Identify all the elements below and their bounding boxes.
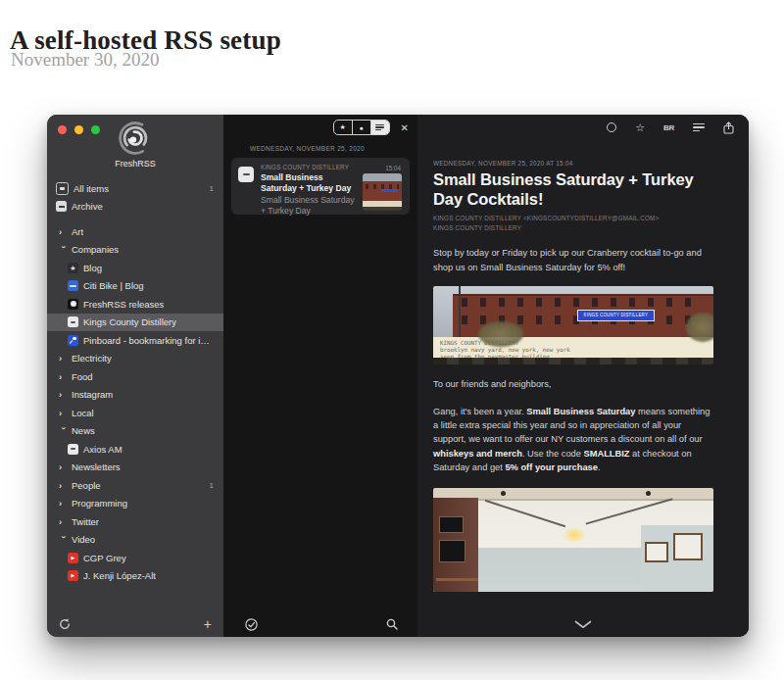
app-window: FreshRSS All items 1 Archive › Art › Com… bbox=[47, 115, 749, 637]
citibike-favicon bbox=[68, 280, 78, 291]
list-item-title: Small Business Saturday + Turkey Day Coc… bbox=[261, 172, 361, 194]
chevron-right-icon: › bbox=[59, 480, 69, 491]
filter-all-segment[interactable] bbox=[371, 121, 389, 134]
building-photo: KINGS COUNTY DISTILLERY bbox=[433, 286, 713, 337]
sidebar-folder-news[interactable]: › News bbox=[47, 422, 223, 441]
distillery-sign: KINGS COUNTY DISTILLERY bbox=[577, 310, 655, 321]
article-toolbar: ☆ BR bbox=[607, 115, 749, 140]
article-paragraph: Stop by today or Friday to pick up our C… bbox=[433, 246, 713, 274]
article-title: Small Business Saturday + Turkey Day Coc… bbox=[433, 170, 713, 209]
traffic-lights bbox=[58, 125, 100, 134]
youtube-icon: ▶ bbox=[68, 553, 78, 563]
filter-unread-segment[interactable]: ● bbox=[353, 121, 371, 134]
list-item-feed-name: KINGS COUNTY DISTILLERY bbox=[261, 164, 359, 170]
filter-segmented-control: ★ ● bbox=[333, 120, 390, 135]
picture-frame bbox=[645, 542, 668, 562]
mark-all-read-button[interactable] bbox=[245, 618, 258, 631]
sidebar-feed-pinboard[interactable]: Pinboard - bookmarking for introverts bbox=[47, 331, 223, 350]
chevron-right-icon: › bbox=[59, 353, 69, 364]
star-article-icon[interactable]: ☆ bbox=[635, 122, 645, 133]
article-paragraph: Gang, it's been a year. Small Business S… bbox=[433, 405, 713, 475]
article-content: WEDNESDAY, NOVEMBER 25, 2020 AT 15:04 Sm… bbox=[417, 115, 749, 611]
default-favicon bbox=[68, 316, 78, 327]
sidebar-folder-twitter[interactable]: › Twitter bbox=[47, 512, 223, 531]
shelf bbox=[436, 578, 478, 581]
sidebar-folder-video[interactable]: › Video bbox=[47, 531, 223, 550]
article-photo-building: KINGS COUNTY DISTILLERY KINGS COUNTY DIS… bbox=[433, 286, 713, 364]
page-date: November 30, 2020 bbox=[11, 49, 159, 71]
list-item-time: 15:04 bbox=[385, 165, 401, 171]
sidebar-feed-kenji-lopez-alt[interactable]: ▶ J. Kenji López-Alt bbox=[47, 567, 223, 586]
close-window-button[interactable] bbox=[58, 125, 67, 134]
default-favicon bbox=[68, 444, 78, 455]
scroll-down-button[interactable] bbox=[574, 620, 592, 629]
unread-count: 1 bbox=[210, 481, 214, 490]
article-dateline: WEDNESDAY, NOVEMBER 25, 2020 AT 15:04 bbox=[433, 160, 713, 167]
list-item-thumbnail bbox=[363, 173, 402, 211]
sidebar-feed-freshrss-releases[interactable]: FreshRSS releases bbox=[47, 295, 223, 314]
sidebar-folder-local[interactable]: › Local bbox=[47, 404, 223, 422]
add-subscription-button[interactable]: + bbox=[204, 617, 212, 631]
article-list-item[interactable]: KINGS COUNTY DISTILLERY 15:04 Small Busi… bbox=[231, 158, 410, 215]
section-gap bbox=[47, 216, 223, 222]
track-light bbox=[485, 500, 565, 527]
sidebar-folder-programming[interactable]: › Programming bbox=[47, 495, 223, 513]
reader-view-icon[interactable] bbox=[693, 123, 705, 132]
chalkboard bbox=[439, 516, 464, 533]
close-list-icon[interactable]: ✕ bbox=[401, 122, 409, 133]
caption-line: brooklyn navy yard, new york, new york bbox=[440, 347, 707, 354]
list-filter-bar: ★ ● ✕ bbox=[223, 115, 417, 140]
filter-starred-segment[interactable]: ★ bbox=[334, 121, 353, 134]
pinboard-favicon bbox=[68, 335, 78, 346]
github-favicon bbox=[68, 299, 78, 310]
sidebar-feed-citi-bike[interactable]: Citi Bike | Blog bbox=[47, 277, 223, 296]
beam-knob bbox=[646, 491, 651, 496]
sidebar-list: All items 1 Archive › Art › Companies ★ … bbox=[47, 179, 223, 585]
chalkboard bbox=[439, 540, 466, 562]
sidebar-item-all-items[interactable]: All items 1 bbox=[47, 179, 223, 198]
beam-knob bbox=[501, 491, 506, 496]
track-light bbox=[586, 498, 672, 524]
bionic-reading-icon[interactable]: BR bbox=[663, 123, 674, 132]
sidebar-feed-kings-county-distillery[interactable]: Kings County Distillery bbox=[47, 314, 223, 332]
picture-frame bbox=[673, 533, 703, 559]
mark-unread-icon[interactable] bbox=[607, 122, 616, 132]
sidebar-folder-people[interactable]: › People 1 bbox=[47, 476, 223, 495]
star-feed-icon: ★ bbox=[68, 263, 78, 273]
chevron-right-icon: › bbox=[59, 389, 69, 400]
sidebar-folder-food[interactable]: › Food bbox=[47, 367, 223, 386]
zoom-window-button[interactable] bbox=[91, 125, 100, 134]
app-name-label: FreshRSS bbox=[47, 159, 223, 169]
chevron-right-icon: › bbox=[59, 408, 69, 418]
youtube-icon: ▶ bbox=[68, 570, 78, 581]
sidebar-folder-companies[interactable]: › Companies bbox=[47, 241, 223, 260]
minimize-window-button[interactable] bbox=[74, 125, 83, 134]
photo-ground-strip bbox=[433, 358, 713, 364]
article-feed-name: KINGS COUNTY DISTILLERY bbox=[433, 223, 713, 233]
sidebar-folder-electricity[interactable]: › Electricity bbox=[47, 350, 223, 368]
list-lines-icon bbox=[375, 124, 384, 131]
sidebar-item-archive[interactable]: Archive bbox=[47, 198, 223, 217]
feed-favicon bbox=[238, 167, 254, 182]
sidebar-footer: + bbox=[47, 611, 223, 637]
list-date-header: WEDNESDAY, NOVEMBER 25, 2020 bbox=[223, 140, 417, 158]
sidebar-folder-newsletters[interactable]: › Newsletters bbox=[47, 459, 223, 477]
unread-count: 1 bbox=[210, 184, 214, 193]
sidebar: FreshRSS All items 1 Archive › Art › Com… bbox=[47, 115, 223, 637]
freshrss-logo-icon bbox=[116, 121, 155, 155]
search-button[interactable] bbox=[386, 618, 398, 630]
photo-caption-band: KINGS COUNTY DISTILLERY brooklyn navy ya… bbox=[433, 337, 713, 358]
app-logo: FreshRSS bbox=[47, 115, 223, 169]
chevron-right-icon: › bbox=[59, 498, 69, 509]
sidebar-feed-axios-am[interactable]: Axios AM bbox=[47, 440, 223, 459]
article-author: KINGS COUNTY DISTILLERY <KINGSCOUNTYDIST… bbox=[433, 214, 713, 223]
refresh-button[interactable] bbox=[59, 618, 71, 630]
building-windows bbox=[462, 298, 703, 307]
sidebar-feed-blog[interactable]: ★ Blog bbox=[47, 259, 223, 277]
chevron-right-icon: › bbox=[59, 516, 69, 527]
sidebar-folder-art[interactable]: › Art bbox=[47, 222, 223, 241]
share-icon[interactable] bbox=[723, 121, 734, 134]
chevron-right-icon: › bbox=[59, 461, 69, 472]
sidebar-feed-cgp-grey[interactable]: ▶ CGP Grey bbox=[47, 549, 223, 567]
sidebar-folder-instagram[interactable]: › Instagram bbox=[47, 386, 223, 405]
